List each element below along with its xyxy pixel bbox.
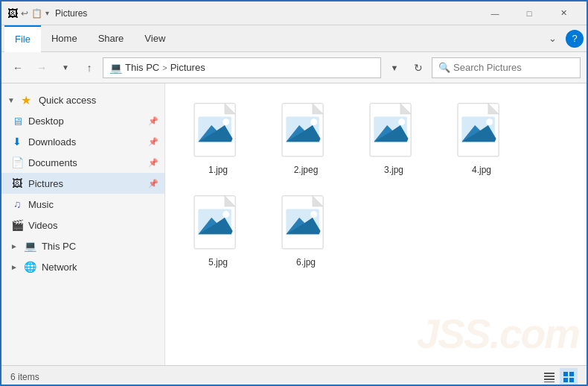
menu-bar: File Home Share View ⌄ ? bbox=[1, 25, 587, 52]
network-expand-icon: ► bbox=[10, 263, 18, 271]
sidebar-label-thispc: This PC bbox=[42, 241, 76, 252]
sidebar-label-downloads: Downloads bbox=[28, 136, 76, 148]
svg-point-13 bbox=[313, 118, 316, 121]
file-icon-3 bbox=[364, 102, 424, 162]
search-icon: 🔍 bbox=[438, 62, 450, 73]
window-controls: — □ ✕ bbox=[478, 1, 581, 25]
svg-rect-46 bbox=[563, 372, 568, 376]
large-icons-view-icon bbox=[563, 371, 575, 383]
sidebar-section-quick-access[interactable]: ▼ ★ Quick access bbox=[1, 89, 164, 110]
thispc-expand-icon: ► bbox=[10, 242, 18, 250]
path-thispc: This PC bbox=[125, 62, 159, 73]
window-title: Pictures bbox=[55, 8, 478, 19]
address-path[interactable]: 💻 This PC > Pictures bbox=[103, 57, 381, 78]
search-box[interactable]: 🔍 bbox=[432, 57, 581, 78]
menu-tab-file[interactable]: File bbox=[4, 25, 41, 52]
search-input[interactable] bbox=[453, 62, 574, 73]
file-name-5: 5.jpg bbox=[208, 257, 228, 268]
file-icon-2 bbox=[276, 102, 336, 162]
sidebar-item-downloads[interactable]: ⬇ Downloads 📌 bbox=[1, 131, 164, 152]
close-button[interactable]: ✕ bbox=[546, 1, 581, 25]
pictures-icon: 🖼 bbox=[10, 177, 24, 190]
title-bar: 🖼 ↩ 📋 ▾ Pictures — □ ✕ bbox=[1, 1, 587, 25]
file-name-3: 3.jpg bbox=[384, 165, 403, 175]
sidebar-item-documents[interactable]: 📄 Documents 📌 bbox=[1, 152, 164, 173]
downloads-icon: ⬇ bbox=[10, 135, 24, 148]
file-icon-5 bbox=[188, 194, 248, 254]
pin-icon-documents: 📌 bbox=[148, 158, 159, 168]
pin-icon-downloads: 📌 bbox=[148, 137, 159, 147]
path-pictures: Pictures bbox=[170, 62, 205, 73]
sidebar-label-pictures: Pictures bbox=[28, 178, 63, 189]
ribbon-chevron-icon[interactable]: ⌄ bbox=[542, 28, 563, 49]
desktop-icon: 🖥 bbox=[10, 114, 24, 127]
svg-point-34 bbox=[225, 211, 228, 214]
sidebar-item-network[interactable]: ► 🌐 Network bbox=[1, 256, 164, 277]
pin-icon-desktop: 📌 bbox=[148, 116, 159, 126]
file-item-1[interactable]: 1.jpg bbox=[177, 95, 259, 182]
svg-rect-43 bbox=[544, 376, 555, 377]
qat-dropdown[interactable]: ▾ bbox=[45, 9, 49, 17]
sidebar-item-music[interactable]: ♫ Music bbox=[1, 194, 164, 215]
content-area: JSS.com bbox=[165, 83, 587, 365]
menu-tab-home[interactable]: Home bbox=[41, 25, 88, 52]
menu-tab-share[interactable]: Share bbox=[88, 25, 135, 52]
qat-icon-2: ↩ bbox=[21, 8, 28, 19]
file-item-6[interactable]: 6.jpg bbox=[265, 188, 347, 274]
maximize-button[interactable]: □ bbox=[512, 1, 546, 25]
file-name-6: 6.jpg bbox=[296, 257, 316, 268]
quick-access-star-icon: ★ bbox=[21, 93, 31, 107]
menu-tab-view[interactable]: View bbox=[134, 25, 176, 52]
view-controls bbox=[540, 368, 578, 386]
main-area: ▼ ★ Quick access 🖥 Desktop 📌 ⬇ Downloads… bbox=[1, 83, 587, 365]
address-bar: ← → ▼ ↑ 💻 This PC > Pictures ▼ ↻ 🔍 bbox=[1, 52, 587, 83]
sidebar-label-documents: Documents bbox=[28, 157, 77, 168]
svg-rect-47 bbox=[569, 372, 574, 376]
sidebar-item-pictures[interactable]: 🖼 Pictures 📌 bbox=[1, 173, 164, 194]
files-grid: 1.jpg 2.jpeg bbox=[177, 95, 575, 274]
minimize-button[interactable]: — bbox=[478, 1, 512, 25]
item-count-label: 6 items bbox=[10, 372, 39, 382]
file-item-3[interactable]: 3.jpg bbox=[353, 95, 435, 182]
forward-button[interactable]: → bbox=[31, 57, 52, 78]
svg-point-6 bbox=[225, 118, 228, 121]
address-dropdown-button[interactable]: ▼ bbox=[384, 57, 405, 78]
refresh-button[interactable]: ↻ bbox=[408, 57, 429, 78]
svg-point-41 bbox=[313, 211, 316, 214]
details-view-button[interactable] bbox=[540, 368, 558, 386]
back-button[interactable]: ← bbox=[7, 57, 28, 78]
file-icon-4 bbox=[452, 102, 511, 162]
pin-icon-pictures: 📌 bbox=[148, 179, 159, 189]
file-icon-6 bbox=[276, 194, 336, 254]
sidebar-item-thispc[interactable]: ► 💻 This PC bbox=[1, 235, 164, 256]
qat-icon-1: 🖼 bbox=[7, 7, 18, 19]
sidebar: ▼ ★ Quick access 🖥 Desktop 📌 ⬇ Downloads… bbox=[1, 83, 165, 365]
sidebar-label-videos: Videos bbox=[28, 220, 58, 231]
watermark: JSS.com bbox=[417, 310, 579, 358]
large-icons-view-button[interactable] bbox=[560, 368, 578, 386]
thispc-icon: 💻 bbox=[24, 239, 37, 253]
sidebar-label-network: Network bbox=[42, 262, 77, 273]
sidebar-item-videos[interactable]: 🎬 Videos bbox=[1, 215, 164, 235]
up-button[interactable]: ↑ bbox=[79, 57, 100, 78]
file-icon-1 bbox=[188, 102, 248, 162]
help-button[interactable]: ? bbox=[566, 30, 584, 48]
quick-access-label: Quick access bbox=[39, 95, 96, 106]
svg-rect-49 bbox=[569, 378, 574, 382]
sidebar-label-music: Music bbox=[28, 199, 54, 210]
sidebar-item-desktop[interactable]: 🖥 Desktop 📌 bbox=[1, 110, 164, 131]
network-icon: 🌐 bbox=[24, 260, 37, 273]
file-item-4[interactable]: 4.jpg bbox=[441, 95, 523, 182]
svg-point-27 bbox=[488, 118, 491, 121]
file-item-2[interactable]: 2.jpeg bbox=[265, 95, 347, 182]
file-item-5[interactable]: 5.jpg bbox=[177, 188, 259, 274]
qat-icon-3: 📋 bbox=[31, 8, 42, 19]
recent-locations-button[interactable]: ▼ bbox=[55, 57, 76, 78]
svg-rect-44 bbox=[544, 379, 555, 380]
details-view-icon bbox=[543, 371, 555, 383]
title-bar-icon: 🖼 ↩ 📋 ▾ bbox=[7, 7, 49, 19]
quick-access-expand-icon: ▼ bbox=[7, 96, 15, 104]
documents-icon: 📄 bbox=[10, 156, 24, 169]
svg-point-20 bbox=[400, 118, 403, 121]
path-icon: 💻 bbox=[109, 62, 122, 74]
